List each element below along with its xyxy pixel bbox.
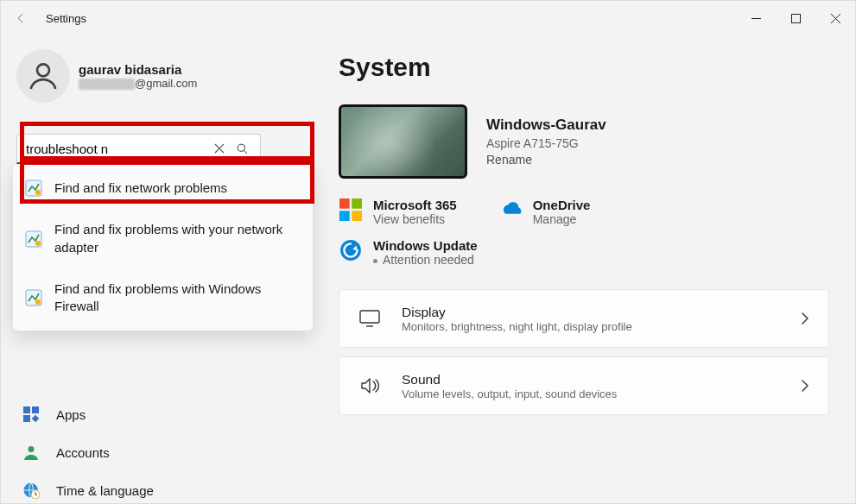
svg-rect-18	[339, 198, 350, 209]
card-sub: Volume levels, output, input, sound devi…	[402, 387, 780, 400]
svg-rect-12	[32, 406, 39, 413]
back-button[interactable]	[13, 10, 29, 26]
search-result-label: Find and fix problems with your network …	[54, 221, 301, 256]
svg-line-4	[244, 150, 247, 154]
svg-point-6	[35, 190, 41, 195]
card-title: Sound	[402, 372, 780, 387]
attention-bullet-icon	[373, 259, 377, 263]
search-result-network-adapter[interactable]: Find and fix problems with your network …	[16, 209, 309, 268]
user-account-row[interactable]: gaurav bidasaria @gmail.com	[16, 49, 253, 103]
maximize-icon	[791, 14, 801, 23]
svg-rect-23	[360, 311, 379, 323]
svg-point-3	[238, 144, 244, 151]
settings-card-display[interactable]: Display Monitors, brightness, night ligh…	[339, 289, 829, 348]
svg-point-2	[37, 64, 49, 76]
svg-rect-19	[352, 198, 362, 209]
troubleshoot-icon	[25, 289, 42, 306]
user-email: @gmail.com	[79, 77, 197, 90]
service-microsoft-365[interactable]: Microsoft 365 View benefits	[339, 198, 457, 226]
svg-rect-14	[32, 415, 39, 422]
chevron-right-icon	[801, 379, 809, 393]
minimize-button[interactable]	[736, 1, 776, 35]
troubleshoot-icon	[25, 230, 42, 248]
onedrive-icon	[498, 198, 523, 222]
display-icon	[358, 310, 381, 327]
minimize-icon	[751, 14, 761, 23]
search-result-label: Find and fix network problems	[54, 180, 227, 197]
search-icon	[236, 142, 249, 155]
close-button[interactable]	[815, 1, 855, 35]
sidebar-nav: Apps Accounts Time & language	[16, 395, 253, 504]
avatar	[16, 49, 70, 103]
apps-icon	[22, 405, 41, 424]
page-title: System	[339, 53, 829, 82]
user-name: gaurav bidasaria	[79, 62, 197, 77]
accounts-icon	[22, 443, 41, 462]
search-box[interactable]	[16, 134, 261, 164]
update-title: Windows Update	[373, 238, 478, 253]
svg-rect-13	[23, 415, 30, 422]
svg-rect-20	[339, 211, 350, 221]
person-icon	[26, 59, 60, 93]
sidebar-item-label: Accounts	[56, 445, 110, 460]
sidebar-item-label: Apps	[56, 407, 86, 422]
sound-icon	[358, 377, 381, 394]
globe-clock-icon	[22, 481, 41, 500]
sidebar-item-accounts[interactable]: Accounts	[16, 433, 253, 471]
titlebar: Settings	[1, 1, 855, 35]
service-title: Microsoft 365	[373, 198, 457, 212]
search-suggestions-dropdown: Find and fix network problems Find and f…	[13, 164, 313, 331]
svg-point-8	[35, 241, 41, 246]
card-title: Display	[402, 305, 780, 320]
search-input[interactable]	[24, 136, 208, 161]
microsoft-logo-icon	[339, 198, 363, 222]
sidebar-item-time-language[interactable]: Time & language	[16, 471, 253, 504]
redacted-email-prefix	[79, 79, 135, 90]
search-result-windows-firewall[interactable]: Find and fix problems with Windows Firew…	[16, 268, 309, 328]
svg-point-15	[29, 446, 35, 452]
troubleshoot-icon	[25, 180, 42, 197]
device-name: Windows-Gaurav	[486, 117, 606, 134]
arrow-left-icon	[15, 12, 27, 24]
settings-card-sound[interactable]: Sound Volume levels, output, input, soun…	[339, 356, 829, 415]
service-title: OneDrive	[533, 198, 591, 212]
svg-rect-11	[23, 406, 30, 413]
service-sub: View benefits	[373, 212, 457, 226]
maximize-button[interactable]	[776, 1, 815, 35]
windows-update-icon	[339, 238, 363, 262]
sidebar-item-apps[interactable]: Apps	[16, 395, 253, 433]
window-controls	[736, 1, 855, 35]
chevron-right-icon	[801, 312, 809, 325]
service-sub: Manage	[533, 212, 591, 226]
main-panel: System Windows-Gaurav Aspire A715-75G Re…	[269, 35, 855, 503]
card-sub: Monitors, brightness, night light, displ…	[402, 320, 780, 333]
device-model: Aspire A715-75G	[486, 136, 606, 150]
x-icon	[214, 143, 225, 154]
device-wallpaper-thumbnail[interactable]	[339, 104, 467, 179]
svg-rect-1	[791, 14, 800, 22]
clear-search-button[interactable]	[208, 143, 231, 154]
close-icon	[831, 14, 840, 23]
svg-point-10	[35, 299, 41, 305]
windows-update-row[interactable]: Windows Update Attention needed	[339, 238, 829, 267]
rename-device-link[interactable]: Rename	[486, 153, 606, 167]
search-button[interactable]	[231, 142, 253, 155]
sidebar: gaurav bidasaria @gmail.com	[1, 35, 269, 503]
service-onedrive[interactable]: OneDrive Manage	[498, 198, 591, 226]
search-result-network-problems[interactable]: Find and fix network problems	[16, 167, 309, 209]
update-sub: Attention needed	[373, 253, 478, 267]
sidebar-item-label: Time & language	[56, 483, 154, 498]
svg-rect-21	[352, 211, 362, 221]
app-title: Settings	[46, 12, 86, 25]
device-row: Windows-Gaurav Aspire A715-75G Rename	[339, 104, 829, 179]
search-result-label: Find and fix problems with Windows Firew…	[54, 280, 301, 316]
